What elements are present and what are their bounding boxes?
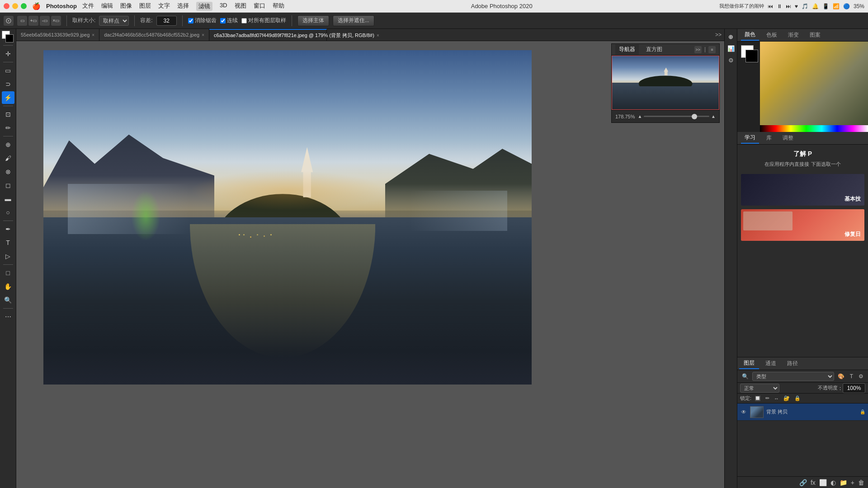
color-squares[interactable] — [741, 45, 757, 61]
menu-layer[interactable]: 图层 — [139, 2, 151, 11]
crop-tool[interactable]: ⊡ — [2, 108, 14, 121]
layers-filter-img[interactable]: 🎨 — [836, 372, 846, 380]
tab-2-close[interactable]: × — [377, 33, 379, 38]
mode-inter[interactable]: ×▭ — [51, 16, 61, 26]
dodge-tool[interactable]: ○ — [2, 206, 14, 219]
learn-tab[interactable]: 学习 — [741, 132, 759, 144]
menu-select[interactable]: 选择 — [177, 2, 189, 11]
tolerance-input[interactable] — [156, 16, 177, 26]
tool-icon-main[interactable] — [4, 16, 14, 26]
path-select-tool[interactable]: ▷ — [2, 250, 14, 263]
color-swatches[interactable] — [2, 31, 14, 43]
mode-new[interactable]: ▭ — [17, 16, 27, 26]
navigator-expand[interactable]: >> — [694, 46, 702, 53]
zoom-tool[interactable]: 🔍 — [2, 294, 14, 306]
background-color[interactable] — [5, 34, 14, 42]
select-subject-button[interactable]: 选择主体 — [297, 15, 329, 26]
swatches-tab[interactable]: 色板 — [763, 30, 781, 40]
contiguous-checkbox[interactable] — [220, 18, 226, 23]
layers-delete[interactable]: 🗑 — [857, 478, 865, 487]
zoom-out-icon[interactable]: ▲ — [637, 114, 642, 119]
tab-0-close[interactable]: × — [92, 33, 94, 38]
tabs-overflow[interactable]: >> — [712, 32, 724, 38]
menu-file[interactable]: 文件 — [82, 2, 94, 11]
navigator-preview[interactable] — [612, 56, 719, 110]
more-tools[interactable]: ⋯ — [2, 310, 14, 323]
gradient-tab[interactable]: 渐变 — [784, 30, 802, 40]
channels-tab[interactable]: 通道 — [761, 358, 781, 369]
menu-help[interactable]: 帮助 — [273, 2, 284, 11]
marquee-tool[interactable]: ▭ — [2, 64, 14, 77]
pen-tool[interactable]: ✒ — [2, 223, 14, 235]
eraser-tool[interactable]: ◻ — [2, 179, 14, 192]
healing-tool[interactable]: ⊕ — [2, 138, 14, 151]
menu-window[interactable]: 窗口 — [254, 2, 265, 11]
shapes-tool[interactable]: □ — [2, 267, 14, 279]
lock-move[interactable]: ↔ — [773, 395, 780, 402]
layers-fx[interactable]: fx — [810, 478, 816, 487]
magic-wand-tool[interactable]: ⚡ — [2, 91, 14, 104]
opacity-input[interactable] — [843, 383, 865, 393]
media-pause[interactable]: ⏸ — [777, 3, 782, 9]
layers-adjustment[interactable]: ◐ — [830, 478, 837, 487]
blend-mode-select[interactable]: 正常 — [740, 384, 779, 393]
gradient-tool[interactable]: ▬ — [2, 192, 14, 205]
adjustments-tab[interactable]: 调整 — [779, 133, 797, 143]
layers-filter-text[interactable]: T — [848, 372, 855, 380]
minimize-button[interactable] — [12, 3, 18, 9]
library-tab[interactable]: 库 — [763, 133, 775, 143]
bell-icon[interactable]: 🔔 — [812, 3, 819, 9]
menu-3d[interactable]: 3D — [220, 2, 227, 11]
zoom-in-icon[interactable]: ▲ — [711, 114, 716, 119]
sample-size-select[interactable]: 取样点 — [99, 16, 129, 26]
menu-filter[interactable]: 滤镜 — [196, 2, 212, 11]
maximize-button[interactable] — [21, 3, 27, 9]
heart-icon[interactable]: ♥ — [795, 3, 798, 9]
anti-alias-checkbox[interactable] — [188, 18, 193, 23]
clone-tool[interactable]: ⊗ — [2, 165, 14, 178]
color-tab[interactable]: 颜色 — [741, 29, 759, 41]
layers-link[interactable]: 🔗 — [798, 478, 808, 487]
layer-row-0[interactable]: 👁 背景 拷贝 🔒 — [737, 404, 868, 421]
music-icon[interactable]: 🎵 — [802, 3, 808, 9]
layers-mask[interactable]: ⬜ — [818, 478, 828, 487]
color-gradient-picker[interactable] — [760, 42, 868, 132]
brush-tool[interactable]: 🖌 — [2, 152, 14, 164]
lock-all[interactable]: 🔒 — [793, 395, 802, 402]
mode-sub[interactable]: -▭ — [40, 16, 50, 26]
type-tool[interactable]: T — [2, 236, 14, 249]
hand-tool[interactable]: ✋ — [2, 280, 14, 293]
layers-tab[interactable]: 图层 — [739, 358, 759, 369]
navigator-zoom-slider[interactable] — [644, 116, 709, 117]
anti-alias-option[interactable]: 消除锯齿 — [188, 17, 217, 24]
all-layers-option[interactable]: 对所有图层取样 — [241, 17, 286, 24]
menu-view[interactable]: 视图 — [235, 2, 246, 11]
layers-group[interactable]: 📁 — [839, 478, 848, 487]
layers-new[interactable]: + — [850, 478, 855, 487]
learn-card-1[interactable]: 修复日 — [741, 209, 864, 241]
layer-visibility-0[interactable]: 👁 — [740, 409, 747, 415]
menu-type[interactable]: 文字 — [158, 2, 170, 11]
contiguous-option[interactable]: 连续 — [220, 17, 238, 24]
move-tool[interactable]: ✛ — [2, 47, 14, 60]
color-hue-strip[interactable] — [760, 125, 868, 132]
lasso-tool[interactable]: ⊃ — [2, 78, 14, 90]
layers-search-icon[interactable]: 🔍 — [740, 372, 750, 380]
layers-type-select[interactable]: 类型 — [752, 372, 834, 381]
canvas-area[interactable]: 导航器 直方图 >> | ≡ 178.75% — [16, 41, 724, 488]
lock-transparent[interactable]: 🔲 — [753, 395, 762, 402]
media-next[interactable]: ⏭ — [786, 3, 791, 9]
menu-image[interactable]: 图像 — [120, 2, 132, 11]
select-mask-button[interactable]: 选择并遮住... — [333, 15, 374, 26]
background-swatch[interactable] — [745, 50, 758, 62]
tab-1-close[interactable]: × — [202, 33, 204, 38]
tab-0[interactable]: 55eeb6a59b6133639e929.jpeg × — [16, 29, 99, 41]
compass-icon[interactable]: ⊕ — [726, 32, 736, 42]
tab-2[interactable]: c6a33bae7adba8fd07f449d89f7f821e.jpeg @ … — [209, 29, 327, 41]
close-button[interactable] — [4, 3, 9, 9]
tab-1[interactable]: dac2f4a0466b58cc54876b468cf552b2.jpeg × — [99, 29, 209, 41]
lock-artboard[interactable]: 🔐 — [782, 395, 791, 402]
media-prev[interactable]: ⏮ — [768, 3, 773, 9]
mode-add[interactable]: +▭ — [28, 16, 38, 26]
phone-icon[interactable]: 📱 — [822, 3, 829, 9]
